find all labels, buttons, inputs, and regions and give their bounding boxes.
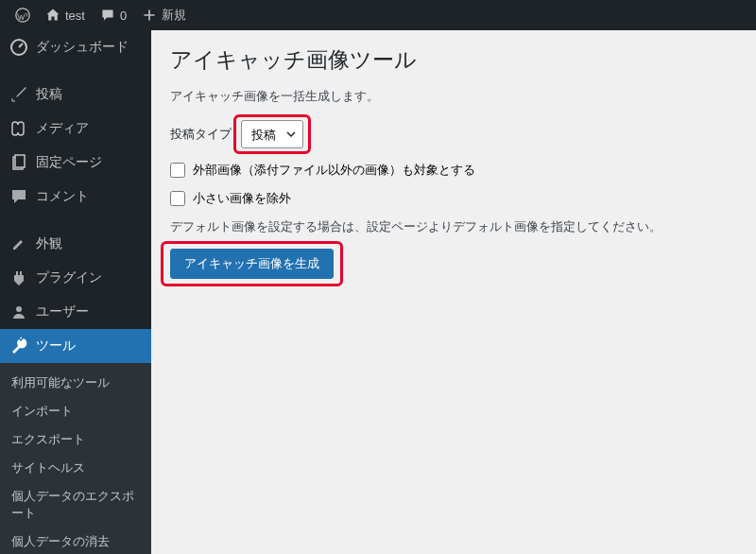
comments-count: 0 <box>120 9 127 23</box>
default-image-note: デフォルト画像を設定する場合は、設定ページよりデフォルト画像を指定してください。 <box>170 218 737 235</box>
tools-submenu: 利用可能なツール インポート エクスポート サイトヘルス 個人データのエクスポー… <box>0 363 151 554</box>
sidebar-item-posts[interactable]: 投稿 <box>0 78 151 112</box>
main-content: アイキャッチ画像ツール アイキャッチ画像を一括生成します。 投稿タイプ 投稿 外… <box>151 30 756 554</box>
sidebar-item-pages[interactable]: 固定ページ <box>0 146 151 180</box>
exclude-small-label[interactable]: 小さい画像を除外 <box>193 190 291 207</box>
page-title: アイキャッチ画像ツール <box>170 45 737 75</box>
exclude-small-row: 小さい画像を除外 <box>170 190 737 207</box>
sidebar-item-label: コメント <box>36 188 89 205</box>
submenu-erase-personal[interactable]: 個人データの消去 <box>0 528 151 554</box>
new-label: 新規 <box>162 7 186 24</box>
sidebar-item-dashboard[interactable]: ダッシュボード <box>0 30 151 64</box>
comments-link[interactable]: 0 <box>93 0 134 30</box>
svg-point-4 <box>16 306 22 312</box>
site-name: test <box>65 9 85 23</box>
sidebar-item-label: ユーザー <box>36 303 89 320</box>
sidebar-item-appearance[interactable]: 外観 <box>0 227 151 261</box>
sidebar-item-label: ダッシュボード <box>36 39 129 56</box>
users-icon <box>9 303 28 321</box>
media-icon <box>9 119 28 138</box>
external-images-row: 外部画像（添付ファイル以外の画像）も対象とする <box>170 162 737 179</box>
sidebar-item-label: 外観 <box>36 235 62 252</box>
appearance-icon <box>9 234 28 253</box>
plus-icon <box>142 8 157 23</box>
submenu-export-personal[interactable]: 個人データのエクスポート <box>0 482 151 528</box>
admin-sidebar: ダッシュボード 投稿 メディア 固定ページ コメント 外観 プラグイン <box>0 30 151 554</box>
post-type-row: 投稿タイプ 投稿 <box>170 120 737 148</box>
external-images-checkbox[interactable] <box>170 163 185 178</box>
exclude-small-checkbox[interactable] <box>170 191 185 206</box>
tools-icon <box>9 337 28 355</box>
admin-bar: test 0 新規 <box>0 0 756 30</box>
sidebar-item-tools[interactable]: ツール <box>0 329 151 363</box>
sidebar-item-label: メディア <box>36 120 89 137</box>
post-type-select[interactable]: 投稿 <box>241 120 303 148</box>
submenu-site-health[interactable]: サイトヘルス <box>0 454 151 482</box>
comments-icon <box>9 187 28 206</box>
page-description: アイキャッチ画像を一括生成します。 <box>170 88 737 105</box>
sidebar-item-users[interactable]: ユーザー <box>0 295 151 329</box>
plugins-icon <box>9 268 28 287</box>
posts-icon <box>9 85 28 104</box>
sidebar-item-label: 投稿 <box>36 86 62 103</box>
comment-icon <box>100 8 115 23</box>
new-content-link[interactable]: 新規 <box>134 0 194 30</box>
svg-rect-3 <box>15 155 25 167</box>
wp-logo[interactable] <box>8 0 38 30</box>
home-icon <box>45 8 60 23</box>
pages-icon <box>9 153 28 172</box>
site-link[interactable]: test <box>38 0 93 30</box>
sidebar-item-plugins[interactable]: プラグイン <box>0 261 151 295</box>
post-type-label: 投稿タイプ <box>170 126 232 143</box>
dashboard-icon <box>9 38 28 57</box>
sidebar-item-label: 固定ページ <box>36 154 102 171</box>
submenu-import[interactable]: インポート <box>0 397 151 425</box>
generate-button[interactable]: アイキャッチ画像を生成 <box>170 249 334 279</box>
wordpress-icon <box>15 8 30 23</box>
submenu-available-tools[interactable]: 利用可能なツール <box>0 369 151 397</box>
external-images-label[interactable]: 外部画像（添付ファイル以外の画像）も対象とする <box>193 162 475 179</box>
sidebar-item-label: ツール <box>36 338 76 355</box>
sidebar-item-media[interactable]: メディア <box>0 112 151 146</box>
sidebar-item-comments[interactable]: コメント <box>0 180 151 214</box>
submenu-export[interactable]: エクスポート <box>0 425 151 454</box>
sidebar-item-label: プラグイン <box>36 269 102 286</box>
